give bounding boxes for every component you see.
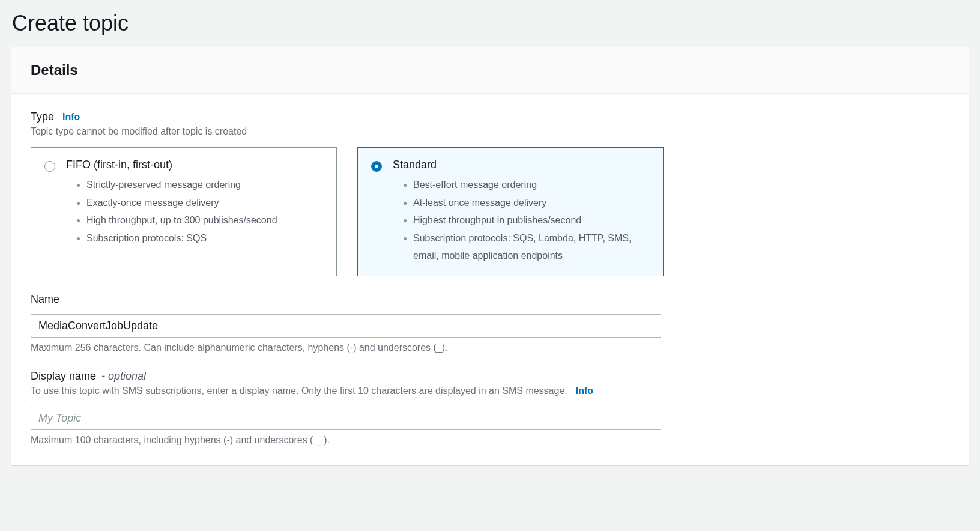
standard-bullet: Highest throughput in publishes/second — [413, 211, 650, 229]
type-info-link[interactable]: Info — [62, 112, 80, 123]
radio-icon — [371, 161, 382, 172]
display-name-input[interactable] — [31, 407, 661, 430]
name-input[interactable] — [31, 314, 661, 338]
type-field-group: Type Info Topic type cannot be modified … — [31, 111, 949, 276]
fifo-bullet: High throughput, up to 300 publishes/sec… — [86, 211, 323, 229]
display-name-help: To use this topic with SMS subscriptions… — [31, 384, 567, 398]
type-option-fifo[interactable]: FIFO (first-in, first-out) Strictly-pres… — [31, 147, 337, 276]
page-title: Create topic — [11, 11, 969, 36]
type-label: Type — [31, 111, 54, 123]
panel-header-title: Details — [31, 62, 949, 79]
standard-bullet: At-least once message delivery — [413, 194, 650, 212]
display-name-optional-text: - optional — [101, 370, 146, 382]
radio-icon — [44, 161, 55, 172]
panel-header: Details — [11, 47, 969, 94]
fifo-bullet: Strictly-preserved message ordering — [86, 176, 323, 194]
fifo-title: FIFO (first-in, first-out) — [66, 159, 323, 171]
display-name-constraint: Maximum 100 characters, including hyphen… — [31, 435, 949, 446]
type-help-text: Topic type cannot be modified after topi… — [31, 124, 949, 139]
details-panel: Details Type Info Topic type cannot be m… — [11, 47, 969, 466]
type-option-standard[interactable]: Standard Best-effort message ordering At… — [357, 147, 664, 276]
name-field-group: Name Maximum 256 characters. Can include… — [31, 293, 949, 353]
display-name-label: Display name — [31, 370, 96, 382]
standard-bullet: Subscription protocols: SQS, Lambda, HTT… — [413, 229, 650, 265]
fifo-bullet: Exactly-once message delivery — [86, 194, 323, 212]
standard-title: Standard — [393, 159, 650, 171]
display-name-field-group: Display name - optional To use this topi… — [31, 370, 949, 446]
standard-bullet: Best-effort message ordering — [413, 176, 650, 194]
display-name-info-link[interactable]: Info — [576, 386, 593, 396]
fifo-bullet: Subscription protocols: SQS — [86, 229, 323, 247]
name-label: Name — [31, 293, 949, 306]
name-constraint: Maximum 256 characters. Can include alph… — [31, 342, 949, 353]
